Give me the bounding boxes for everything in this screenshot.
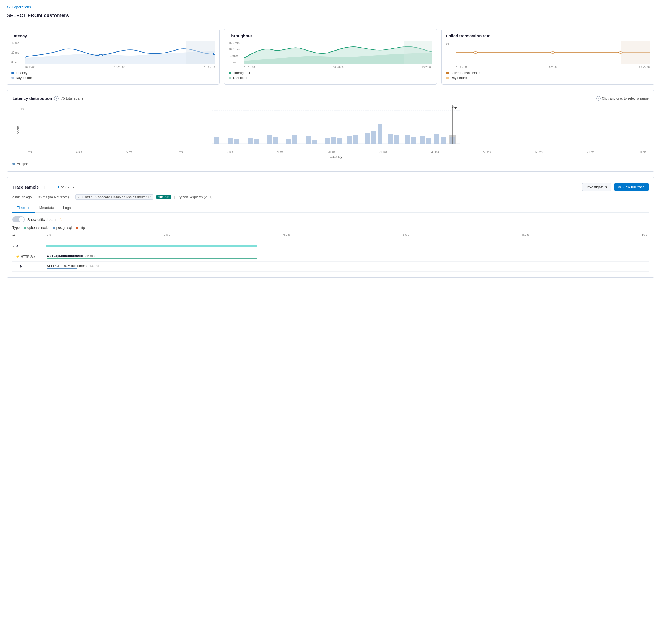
trace-ago: a minute ago	[13, 195, 31, 199]
timeline-main-row: ∨ 3	[13, 240, 648, 252]
svg-rect-38	[435, 134, 439, 144]
trace-header: Trace sample ⊢ ‹ 1 of 75 › ⊣ Investigate…	[13, 183, 648, 191]
histogram-x-labels: 3 ms 4 ms 5 ms 6 ms 7 ms 9 ms 20 ms 30 m…	[23, 151, 648, 154]
investigate-button[interactable]: Investigate ▾	[582, 183, 612, 191]
svg-point-7	[551, 52, 555, 53]
postgresql-dot	[53, 227, 55, 229]
svg-rect-39	[441, 137, 445, 144]
failed-rate-chart-area	[456, 42, 649, 64]
page-title: SELECT FROM customers	[0, 12, 661, 23]
throughput-chart-card: Throughput 15.0 tpm 10.0 tpm 5.0 tpm 0 t…	[224, 29, 437, 85]
svg-point-6	[473, 52, 477, 53]
db-trace-row: 🗄 SELECT FROM customers 4.6 ms	[13, 262, 648, 272]
histogram-y-label: Spans	[16, 122, 20, 138]
http-type: HTTP 2xx	[21, 255, 36, 259]
svg-rect-34	[404, 135, 410, 144]
svg-rect-37	[426, 138, 431, 144]
svg-rect-31	[377, 124, 382, 144]
view-trace-icon: ⧉	[618, 185, 621, 189]
failed-rate-legend-item: Failed transaction rate	[446, 71, 649, 75]
span-count: 75 total spans	[61, 96, 83, 100]
histogram-wrapper[interactable]: Spans 10 1	[13, 105, 648, 159]
trace-title-area: Trace sample ⊢ ‹ 1 of 75 › ⊣	[13, 184, 84, 190]
distribution-header: Latency distribution i 75 total spans i …	[13, 96, 648, 100]
svg-rect-4	[404, 42, 432, 64]
throughput-legend: Throughput Day before	[229, 71, 432, 80]
tab-timeline[interactable]: Timeline	[13, 203, 35, 212]
nav-prev-button[interactable]: ‹	[50, 184, 57, 190]
distribution-section: Latency distribution i 75 total spans i …	[7, 90, 654, 171]
latency-y-40: 40 ms	[12, 42, 22, 45]
opbeans-node-dot	[24, 227, 26, 229]
nav-first-button[interactable]: ⊢	[42, 184, 49, 190]
distribution-title: Latency distribution i	[13, 96, 59, 100]
expand-button[interactable]: ∨	[13, 244, 15, 248]
charts-row: Latency 40 ms 20 ms 0 ms	[0, 23, 661, 90]
day-before-label: Day before	[16, 76, 32, 80]
tab-logs[interactable]: Logs	[59, 203, 75, 212]
trace-duration: 35 ms (34% of trace)	[38, 195, 69, 199]
timeline-bar-area	[46, 243, 648, 249]
db-row-content: SELECT FROM customers 4.6 ms	[46, 264, 648, 269]
latency-chart-card: Latency 40 ms 20 ms 0 ms	[7, 29, 220, 85]
row-count: 3	[16, 244, 18, 248]
svg-rect-29	[365, 133, 370, 144]
failed-rate-legend: Failed transaction rate Day before	[446, 71, 649, 80]
failed-rate-x-axis: 16:15:00 16:20:00 16:25:00	[456, 66, 649, 69]
critical-path-label: Show critical path	[27, 217, 56, 222]
timeline-axis-labels: 0 s 2.0 s 4.0 s 6.0 s 8.0 s 10 s	[46, 233, 648, 237]
histogram-svg[interactable]: 95p	[23, 105, 648, 149]
type-legend: Type opbeans-node postgresql http	[13, 226, 648, 230]
failed-rate-dot	[446, 72, 449, 74]
throughput-x-axis: 16:15:00 16:20:00 16:25:00	[244, 66, 432, 69]
day-before-dot	[12, 76, 14, 79]
trace-url: GET http://opbeans:3000/api/customers/47	[75, 194, 154, 200]
throughput-legend-day-before: Day before	[229, 76, 432, 80]
trace-agent: Python Requests (2.31)	[178, 195, 213, 199]
latency-legend: Latency Day before	[12, 71, 215, 80]
trace-nav: ⊢ ‹ 1 of 75 › ⊣	[42, 184, 84, 190]
svg-rect-32	[388, 134, 393, 144]
trace-meta: a minute ago | 35 ms (34% of trace) | GE…	[13, 194, 648, 200]
warning-icon: ⚠	[58, 217, 62, 222]
nav-next-button[interactable]: ›	[70, 184, 76, 190]
svg-rect-20	[286, 139, 291, 144]
svg-rect-13	[214, 137, 219, 144]
critical-path-toggle[interactable]	[13, 216, 25, 223]
svg-rect-22	[306, 136, 311, 144]
settings-icon[interactable]: ⇌	[13, 233, 16, 237]
db-duration: 4.6 ms	[89, 264, 99, 268]
nav-total: 75	[65, 185, 69, 189]
distribution-info-icon[interactable]: i	[54, 96, 59, 100]
throughput-day-before-dot	[229, 76, 232, 79]
failed-rate-chart-card: Failed transaction rate 0%	[441, 29, 654, 85]
http-duration: 35 ms	[86, 254, 94, 258]
investigate-label: Investigate	[586, 185, 604, 189]
back-link[interactable]: All operations	[7, 4, 654, 9]
top-nav: All operations	[0, 0, 661, 12]
svg-rect-19	[273, 137, 278, 144]
latency-legend-latency: Latency	[12, 71, 215, 75]
failed-rate-day-before: Day before	[446, 76, 649, 80]
view-trace-label: View full trace	[622, 185, 645, 189]
svg-rect-0	[186, 42, 215, 64]
view-full-trace-button[interactable]: ⧉ View full trace	[614, 183, 648, 191]
svg-rect-16	[247, 138, 252, 144]
db-timeline-bar	[47, 268, 77, 269]
svg-rect-17	[254, 139, 259, 144]
distribution-legend: All spans	[13, 162, 648, 166]
svg-point-2	[99, 54, 103, 56]
type-opbeans-node: opbeans-node	[24, 226, 49, 230]
svg-point-1	[25, 56, 26, 58]
http-trace-row: ⚡ HTTP 2xx GET /api/customers/:id 35 ms	[13, 252, 648, 262]
svg-rect-14	[228, 138, 233, 144]
nav-last-button[interactable]: ⊣	[78, 184, 84, 190]
timeline-row-label: ∨ 3	[13, 244, 46, 248]
throughput-chart-area	[244, 42, 432, 64]
http-endpoint: GET /api/customers/:id	[47, 254, 83, 258]
investigate-chevron-icon: ▾	[605, 185, 607, 189]
latency-x-axis: 16:15:00 16:20:00 16:25:00	[25, 66, 215, 69]
tab-metadata[interactable]: Metadata	[35, 203, 59, 212]
timeline-bar	[46, 246, 257, 247]
trace-section: Trace sample ⊢ ‹ 1 of 75 › ⊣ Investigate…	[7, 177, 654, 277]
